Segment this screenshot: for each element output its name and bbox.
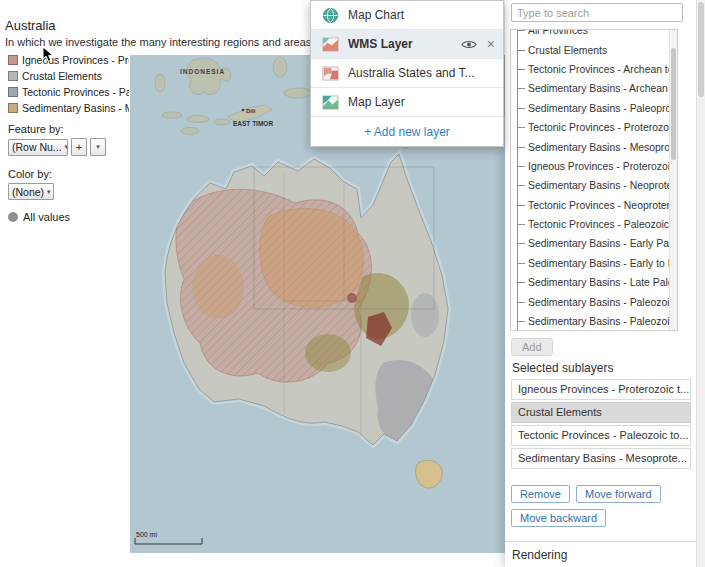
tree-scrollbar-thumb[interactable]	[671, 48, 676, 160]
tree-branch-icon	[518, 302, 525, 303]
legend-label: Crustal Elements	[22, 70, 102, 82]
chart-sidebar: Igneous Provinces - Proteroz Crustal Ele…	[8, 52, 129, 223]
feature-by-dropdown[interactable]: (Row Nu... ▾	[8, 139, 68, 156]
tree-item[interactable]: Igneous Provinces - Proterozoi...	[518, 157, 669, 176]
search-input[interactable]	[511, 3, 683, 22]
scale-label: 500 mi	[136, 531, 157, 538]
section-divider	[505, 541, 696, 542]
tree-branch-icon	[518, 30, 525, 31]
tree-item[interactable]: Tectonic Provinces - Neoproter...	[518, 196, 669, 215]
tree-item[interactable]: Tectonic Provinces - Archean to...	[518, 60, 669, 79]
move-backward-button[interactable]: Move backward	[511, 509, 606, 527]
remove-button[interactable]: Remove	[511, 485, 570, 503]
tree-branch-icon	[518, 282, 525, 283]
tree-item[interactable]: Sedimentary Basins - Early to L...	[518, 254, 669, 273]
layer-item-australia-states[interactable]: Australia States and T...	[311, 59, 503, 88]
legend-label: Sedimentary Basins - Meso	[22, 102, 129, 114]
states-layer-icon	[322, 65, 339, 82]
tree-branch-icon	[518, 321, 525, 322]
selected-sublayer-item[interactable]: Sedimentary Basins - Mesoprote...	[511, 448, 691, 469]
feature-by-value: (Row Nu...	[12, 141, 62, 153]
rendering-section-header[interactable]: Rendering	[512, 548, 567, 562]
chart-title: Australia	[5, 18, 56, 33]
tree-scrollbar[interactable]	[669, 30, 677, 330]
feature-by-row: (Row Nu... ▾ + ▾	[8, 138, 129, 156]
selected-sublayer-item[interactable]: Igneous Provinces - Proterozoic t...	[511, 379, 691, 400]
legend-label: Tectonic Provinces - Paleoz	[22, 86, 129, 98]
tree-branch-icon	[518, 108, 525, 109]
color-legend-all-values[interactable]: All values	[8, 211, 129, 223]
panel-scrollbar-thumb[interactable]	[698, 2, 704, 97]
selected-sublayers-list: Igneous Provinces - Proterozoic t... Cru…	[511, 379, 691, 471]
tasmania	[416, 460, 443, 488]
tree-branch-icon	[518, 224, 525, 225]
layer-label: Australia States and T...	[348, 66, 495, 80]
tree-branch-icon	[518, 50, 525, 51]
tree-branch-icon	[518, 166, 525, 167]
tree-item[interactable]: Tectonic Provinces - Paleozoic t...	[518, 215, 669, 234]
tree-item[interactable]: Sedimentary Basins - Neoprote...	[518, 176, 669, 195]
panel-scrollbar[interactable]	[696, 0, 705, 567]
legend-swatch-icon	[8, 55, 18, 65]
add-sublayer-button[interactable]: Add	[511, 338, 553, 356]
legend-swatch-icon	[8, 87, 18, 97]
tree-item[interactable]: Sedimentary Basins - Paleozoic...	[518, 292, 669, 311]
close-icon[interactable]: ×	[487, 37, 495, 51]
layer-label: Map Chart	[348, 8, 495, 22]
wms-settings-panel: All Provinces Crustal Elements Tectonic …	[505, 0, 705, 567]
map-chart-icon	[322, 7, 339, 24]
legend-item-igneous[interactable]: Igneous Provinces - Proteroz	[8, 52, 129, 68]
legend-label: Igneous Provinces - Proteroz	[22, 54, 129, 66]
legend-item-tectonic[interactable]: Tectonic Provinces - Paleoz	[8, 84, 129, 100]
tree-item[interactable]: All Provinces	[518, 30, 669, 40]
selected-sublayer-item[interactable]: Crustal Elements	[511, 402, 691, 423]
move-forward-button[interactable]: Move forward	[576, 485, 661, 503]
tree-item[interactable]: Sedimentary Basins - Paleoprot...	[518, 99, 669, 118]
color-by-value: (None)	[12, 186, 44, 198]
legend: Igneous Provinces - Proteroz Crustal Ele…	[8, 52, 129, 116]
visibility-eye-icon[interactable]	[461, 39, 477, 50]
selected-sublayers-header: Selected sublayers	[512, 361, 613, 375]
tree-item[interactable]: Sedimentary Basins - Mesoprot...	[518, 137, 669, 156]
add-feature-button[interactable]: +	[71, 138, 87, 156]
layer-item-map-chart[interactable]: Map Chart	[311, 1, 503, 30]
legend-item-sedimentary[interactable]: Sedimentary Basins - Meso	[8, 100, 129, 116]
tree-item[interactable]: Sedimentary Basins - Paleozoic...	[518, 312, 669, 330]
tree-item[interactable]: Sedimentary Basins - Early Pal...	[518, 234, 669, 253]
legend-item-crustal[interactable]: Crustal Elements	[8, 68, 129, 84]
map-layer-icon	[322, 94, 339, 111]
tree-branch-icon	[518, 205, 525, 206]
tree-item[interactable]: Sedimentary Basins - Late Pale...	[518, 273, 669, 292]
feature-settings-button[interactable]: ▾	[90, 138, 106, 156]
sublayers-tree: All Provinces Crustal Elements Tectonic …	[510, 29, 678, 331]
feature-by-label: Feature by:	[8, 123, 129, 135]
label-indonesia: INDONESIA	[180, 68, 225, 75]
chart-description: In which we investigate the many interes…	[5, 36, 343, 48]
layer-item-map-layer[interactable]: Map Layer	[311, 88, 503, 117]
tree-branch-icon	[518, 185, 525, 186]
tree-branch-icon	[518, 263, 525, 264]
tree-branch-icon	[518, 243, 525, 244]
chevron-down-icon: ▾	[96, 143, 100, 151]
all-values-label: All values	[23, 211, 70, 223]
tree-item[interactable]: Crustal Elements	[518, 40, 669, 59]
sublayers-tree-viewport: All Provinces Crustal Elements Tectonic …	[511, 30, 669, 330]
tree-item[interactable]: Tectonic Provinces - Proterozoic	[518, 118, 669, 137]
wms-layer-icon	[322, 36, 339, 53]
layer-label: Map Layer	[348, 95, 495, 109]
color-by-row: (None) ▾	[8, 183, 129, 200]
label-east-timor: EAST TIMOR	[233, 120, 273, 127]
tree-branch-icon	[518, 147, 525, 148]
layers-popup: Map Chart WMS Layer × Australia States a…	[310, 0, 504, 147]
tree-item[interactable]: Sedimentary Basins - Archean t...	[518, 79, 669, 98]
color-bullet-icon	[8, 212, 18, 222]
label-dili: Dili	[246, 108, 256, 114]
selected-sublayer-item[interactable]: Tectonic Provinces - Paleozoic to...	[511, 425, 691, 446]
add-new-layer-link[interactable]: + Add new layer	[311, 117, 503, 146]
app-root: Australia In which we investigate the ma…	[0, 0, 705, 567]
layer-item-wms-layer[interactable]: WMS Layer ×	[311, 30, 503, 59]
color-by-dropdown[interactable]: (None) ▾	[8, 183, 54, 200]
dili-marker-icon	[242, 109, 245, 112]
layer-label: WMS Layer	[348, 37, 461, 51]
legend-swatch-icon	[8, 71, 18, 81]
